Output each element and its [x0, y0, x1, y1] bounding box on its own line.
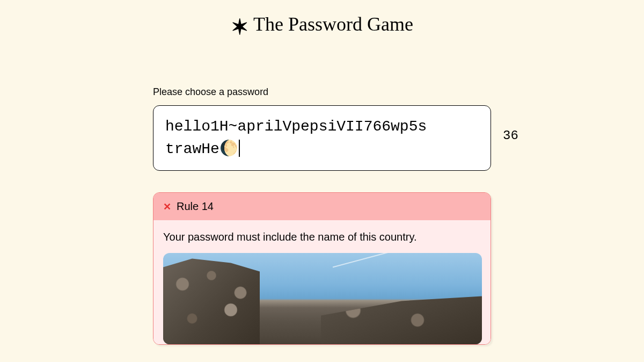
rule-text: Your password must include the name of t…	[163, 231, 481, 243]
password-text-line1: hello1H~aprilVpepsiVII766wp5s	[165, 118, 427, 135]
password-input[interactable]: hello1H~aprilVpepsiVII766wp5s trawHe🌔	[153, 105, 491, 171]
contrail-decoration	[333, 253, 395, 267]
country-image[interactable]	[163, 253, 482, 344]
page-header: ✶ The Password Game	[0, 0, 644, 35]
rule-number: Rule 14	[177, 200, 214, 213]
title-text: The Password Game	[253, 13, 413, 35]
prompt-label: Please choose a password	[153, 86, 491, 98]
rule-header: ✕ Rule 14	[153, 193, 491, 220]
character-count: 36	[503, 128, 518, 143]
rule-card: ✕ Rule 14 Your password must include the…	[153, 192, 491, 345]
main-container: Please choose a password hello1H~aprilVp…	[153, 86, 491, 345]
input-row: hello1H~aprilVpepsiVII766wp5s trawHe🌔	[153, 105, 491, 171]
password-text-line2: trawHe	[165, 141, 219, 157]
stone-wall-right	[321, 296, 482, 344]
page-title: ✶ The Password Game	[231, 13, 413, 35]
rule-body: Your password must include the name of t…	[153, 220, 491, 344]
asterisk-icon: ✶	[231, 17, 249, 38]
x-icon: ✕	[163, 202, 171, 212]
text-cursor	[239, 140, 240, 157]
stone-wall-left	[163, 258, 260, 344]
moon-emoji-icon: 🌔	[219, 141, 238, 157]
